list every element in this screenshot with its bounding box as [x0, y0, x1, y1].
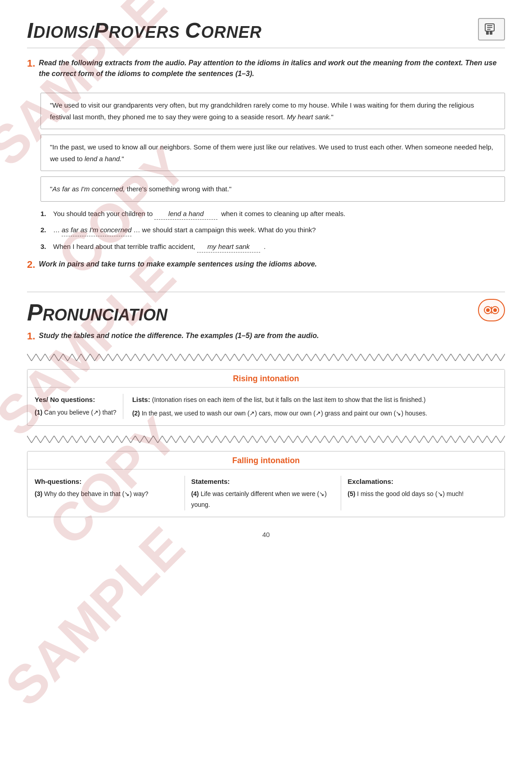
- fill-item-2: 2. … as far as I'm concerned … we should…: [41, 224, 505, 236]
- rising-col1: Yes/ No questions: (1) Can you believe (…: [35, 394, 123, 419]
- svg-point-9: [493, 308, 497, 312]
- fill-answer-1: lend a hand: [154, 208, 217, 220]
- section2-number: 2.: [27, 259, 35, 271]
- quote1-text: "We used to visit our grandparents very …: [50, 101, 474, 121]
- pron-section1-row: 1. Study the tables and notice the diffe…: [27, 330, 505, 349]
- pron-section1-instruction: Study the tables and notice the differen…: [39, 330, 319, 341]
- falling-col1-header: Wh-questions:: [35, 476, 178, 487]
- rising-col2-header: Lists:: [132, 396, 152, 403]
- fill-sentences: 1. You should teach your children to len…: [41, 208, 505, 253]
- zigzag-top-rising: [27, 354, 505, 361]
- watermark-text-5: SAMPLE: [0, 514, 196, 717]
- pron-big-p: P: [27, 299, 43, 325]
- section2-row: 2. Work in pairs and take turns to make …: [27, 259, 505, 278]
- quote2-box: "In the past, we used to know all our ne…: [41, 135, 505, 171]
- rising-col2: Lists: (Intonation rises on each item of…: [128, 394, 497, 419]
- title-orner: ORNER: [201, 23, 262, 41]
- section2-instruction: Work in pairs and take turns to make exa…: [39, 259, 317, 270]
- fill-answer-3: my heart sank: [197, 241, 260, 253]
- quote1-italic: My heart sank.: [287, 113, 331, 121]
- audio-icon2: [482, 303, 500, 317]
- fill-answer-2: as far as I'm concerned: [62, 224, 131, 236]
- audio-icon: [483, 21, 500, 37]
- svg-point-7: [486, 308, 490, 312]
- rising-col1-example: (1) Can you believe (↗) that?: [35, 407, 117, 418]
- title-big-i: I: [27, 18, 33, 42]
- falling-body: Wh-questions: (3) Why do they behave in …: [27, 469, 505, 517]
- svg-rect-4: [487, 27, 492, 28]
- falling-label: Falling intonation: [232, 456, 300, 465]
- falling-col2-example: (4) Life was certainly different when we…: [191, 489, 335, 510]
- page-number: 40: [27, 531, 505, 538]
- fill-num-2: 2.: [41, 224, 50, 236]
- fill-suffix-1: when it comes to cleaning up after meals…: [219, 208, 345, 220]
- fill-prefix-3: When I heard about that terrible traffic…: [53, 241, 195, 253]
- quote2-text: "In the past, we used to know all our ne…: [50, 143, 493, 162]
- falling-col3-example: (5) I miss the good old days so (↘) much…: [347, 489, 491, 500]
- falling-table: Falling intonation Wh-questions: (3) Why…: [27, 451, 505, 517]
- svg-rect-5: [487, 29, 491, 30]
- fill-item-3: 3. When I heard about that terrible traf…: [41, 241, 505, 253]
- fill-suffix-3: .: [262, 241, 266, 253]
- rising-col2-example: (2) In the past, we used to wash our own…: [132, 408, 497, 419]
- section-title: IDIOMS/PROVERS CORNER: [27, 18, 262, 43]
- falling-col2-header: Statements:: [191, 476, 335, 487]
- title-rovers: ROVERS: [108, 23, 180, 41]
- title-dioms: DIOMS: [33, 23, 89, 41]
- title-big-c: C: [185, 18, 201, 42]
- fill-num-1: 1.: [41, 208, 50, 220]
- quote3-text: "As far as I'm concerned, there's someth…: [50, 185, 231, 193]
- fill-num-3: 3.: [41, 241, 50, 253]
- fill-prefix-2: …: [53, 224, 60, 236]
- rising-col1-header: Yes/ No questions:: [35, 394, 117, 406]
- section1-row: 1. Read the following extracts from the …: [27, 58, 505, 87]
- falling-col2: Statements: (4) Life was certainly diffe…: [185, 476, 342, 510]
- rising-header: Rising intonation: [27, 370, 505, 388]
- pronunciation-title: PRONUNCIATION: [27, 299, 167, 326]
- audio-icon-box[interactable]: [478, 18, 505, 41]
- rising-col2-desc: (Intonation rises on each item of the li…: [152, 396, 426, 403]
- fill-prefix-1: You should teach your children to: [53, 208, 153, 220]
- svg-rect-2: [490, 31, 492, 35]
- quote1-box: "We used to visit our grandparents very …: [41, 93, 505, 129]
- falling-col1-example: (3) Why do they behave in that (↘) way?: [35, 489, 178, 500]
- falling-col1: Wh-questions: (3) Why do they behave in …: [35, 476, 185, 510]
- zigzag-top-falling: [27, 436, 505, 443]
- pron-rest: RONUNCIATION: [43, 306, 167, 324]
- falling-header: Falling intonation: [27, 451, 505, 469]
- svg-rect-3: [487, 25, 492, 26]
- svg-rect-1: [486, 31, 489, 35]
- title-big-p: P: [94, 18, 108, 42]
- quote3-box: "As far as I'm concerned, there's someth…: [41, 176, 505, 202]
- page: SAMPLE COPY SAMPLE COPY SAMPLE IDIOMS/PR…: [0, 0, 532, 758]
- falling-col3: Exclamations: (5) I miss the good old da…: [341, 476, 497, 510]
- pronunciation-header: PRONUNCIATION: [27, 291, 505, 326]
- section1-number: 1.: [27, 58, 35, 69]
- fill-suffix-2: … we should start a campaign this week. …: [133, 224, 316, 236]
- rising-table: Rising intonation Yes/ No questions: (1)…: [27, 369, 505, 426]
- idioms-header: IDIOMS/PROVERS CORNER: [27, 18, 505, 49]
- rising-body: Yes/ No questions: (1) Can you believe (…: [27, 388, 505, 425]
- quote3-italic: As far as I'm concerned,: [52, 185, 125, 193]
- section1-instruction: Read the following extracts from the aud…: [39, 58, 505, 79]
- fill-item-1: 1. You should teach your children to len…: [41, 208, 505, 220]
- rising-label: Rising intonation: [233, 374, 299, 383]
- pron-section1-number: 1.: [27, 330, 35, 342]
- falling-col3-header: Exclamations:: [347, 476, 491, 487]
- quote2-italic: lend a hand.: [85, 155, 122, 162]
- audio-icon-box2[interactable]: [478, 299, 505, 321]
